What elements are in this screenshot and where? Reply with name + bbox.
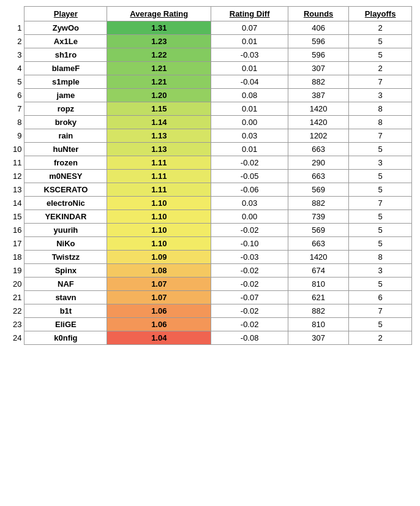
- rating-diff-cell: 0.01: [211, 102, 288, 116]
- table-row: 20NAF1.07-0.028105: [8, 278, 412, 291]
- stats-table: Player Average Rating Rating Diff Rounds…: [8, 6, 412, 345]
- rank-cell: 1: [8, 21, 24, 35]
- player-cell: KSCERATO: [24, 183, 107, 197]
- rating-diff-cell: 0.01: [211, 35, 288, 48]
- table-row: 2Ax1Le1.230.015965: [8, 35, 412, 48]
- player-cell: s1mple: [24, 75, 107, 89]
- rank-cell: 18: [8, 251, 24, 264]
- playoffs-cell: 5: [349, 170, 412, 183]
- playoffs-cell: 3: [349, 89, 412, 102]
- player-cell: blameF: [24, 62, 107, 75]
- rounds-cell: 1420: [288, 102, 348, 116]
- rating-diff-cell: -0.08: [211, 331, 288, 345]
- avg-rating-cell: 1.06: [107, 304, 211, 318]
- playoffs-cell: 5: [349, 224, 412, 237]
- avg-rating-cell: 1.10: [107, 210, 211, 224]
- player-cell: NiKo: [24, 237, 107, 251]
- rounds-cell: 663: [288, 143, 348, 156]
- avg-rating-cell: 1.09: [107, 251, 211, 264]
- playoffs-cell: 8: [349, 102, 412, 116]
- rounds-cell: 307: [288, 62, 348, 75]
- playoffs-cell: 8: [349, 116, 412, 129]
- playoffs-header: Playoffs: [349, 7, 412, 21]
- rating-diff-cell: 0.03: [211, 197, 288, 210]
- avg-rating-cell: 1.11: [107, 156, 211, 170]
- rating-diff-cell: -0.03: [211, 251, 288, 264]
- player-cell: frozen: [24, 156, 107, 170]
- player-cell: Twistzz: [24, 251, 107, 264]
- rating-diff-cell: 0.07: [211, 21, 288, 35]
- avg-rating-cell: 1.23: [107, 35, 211, 48]
- player-cell: EliGE: [24, 318, 107, 331]
- rating-diff-cell: -0.06: [211, 183, 288, 197]
- rank-cell: 9: [8, 129, 24, 143]
- player-cell: b1t: [24, 304, 107, 318]
- rounds-cell: 1420: [288, 251, 348, 264]
- rounds-cell: 674: [288, 264, 348, 278]
- rank-cell: 7: [8, 102, 24, 116]
- rank-cell: 15: [8, 210, 24, 224]
- rounds-cell: 406: [288, 21, 348, 35]
- player-header: Player: [24, 7, 107, 21]
- table-row: 22b1t1.06-0.028827: [8, 304, 412, 318]
- table-row: 12m0NESY1.11-0.056635: [8, 170, 412, 183]
- rank-cell: 19: [8, 264, 24, 278]
- avg-rating-cell: 1.10: [107, 237, 211, 251]
- table-row: 10huNter1.130.016635: [8, 143, 412, 156]
- rank-cell: 22: [8, 304, 24, 318]
- avg-rating-cell: 1.20: [107, 89, 211, 102]
- rounds-cell: 1202: [288, 129, 348, 143]
- playoffs-cell: 5: [349, 318, 412, 331]
- player-cell: m0NESY: [24, 170, 107, 183]
- avg-rating-cell: 1.04: [107, 331, 211, 345]
- playoffs-cell: 5: [349, 35, 412, 48]
- player-cell: Ax1Le: [24, 35, 107, 48]
- avg-rating-cell: 1.06: [107, 318, 211, 331]
- rounds-cell: 621: [288, 291, 348, 304]
- playoffs-cell: 2: [349, 331, 412, 345]
- player-cell: stavn: [24, 291, 107, 304]
- rating-diff-cell: 0.03: [211, 129, 288, 143]
- playoffs-cell: 7: [349, 75, 412, 89]
- avg-rating-cell: 1.11: [107, 183, 211, 197]
- rating-diff-cell: 0.01: [211, 143, 288, 156]
- rank-cell: 3: [8, 48, 24, 62]
- rank-cell: 17: [8, 237, 24, 251]
- table-row: 7ropz1.150.0114208: [8, 102, 412, 116]
- rounds-cell: 1420: [288, 116, 348, 129]
- playoffs-cell: 2: [349, 62, 412, 75]
- table-row: 5s1mple1.21-0.048827: [8, 75, 412, 89]
- rank-cell: 2: [8, 35, 24, 48]
- rounds-cell: 290: [288, 156, 348, 170]
- rank-cell: 5: [8, 75, 24, 89]
- table-row: 3sh1ro1.22-0.035965: [8, 48, 412, 62]
- player-cell: YEKINDAR: [24, 210, 107, 224]
- rounds-cell: 882: [288, 75, 348, 89]
- player-cell: yuurih: [24, 224, 107, 237]
- table-row: 24k0nfig1.04-0.083072: [8, 331, 412, 345]
- rating-diff-cell: -0.02: [211, 224, 288, 237]
- rank-cell: 12: [8, 170, 24, 183]
- playoffs-cell: 8: [349, 251, 412, 264]
- rating-diff-cell: 0.00: [211, 116, 288, 129]
- playoffs-cell: 7: [349, 197, 412, 210]
- playoffs-cell: 3: [349, 156, 412, 170]
- playoffs-cell: 3: [349, 264, 412, 278]
- rating-diff-cell: -0.02: [211, 278, 288, 291]
- table-row: 21stavn1.07-0.076216: [8, 291, 412, 304]
- rank-cell: 20: [8, 278, 24, 291]
- player-cell: broky: [24, 116, 107, 129]
- avg-rating-cell: 1.21: [107, 62, 211, 75]
- rounds-cell: 663: [288, 170, 348, 183]
- rating-diff-cell: 0.00: [211, 210, 288, 224]
- rank-cell: 10: [8, 143, 24, 156]
- avg-rating-cell: 1.11: [107, 170, 211, 183]
- player-cell: rain: [24, 129, 107, 143]
- rank-cell: 14: [8, 197, 24, 210]
- rounds-cell: 663: [288, 237, 348, 251]
- rating-diff-cell: -0.07: [211, 291, 288, 304]
- playoffs-cell: 6: [349, 291, 412, 304]
- rounds-cell: 882: [288, 197, 348, 210]
- rating-diff-cell: -0.02: [211, 318, 288, 331]
- player-cell: NAF: [24, 278, 107, 291]
